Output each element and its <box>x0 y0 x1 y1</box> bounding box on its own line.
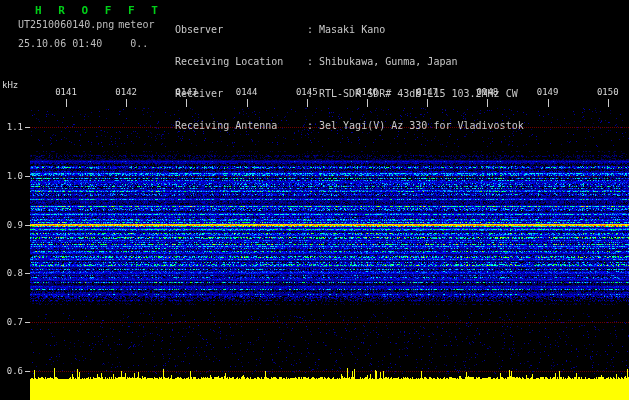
app-title: H R O F F T <box>35 4 163 17</box>
hrofft-window: H R O F F T UT2510060140.pngmeteor 25.10… <box>0 0 629 400</box>
info-value: RTL-SDR SDR# 43dB L15 103.2MHz CW <box>319 88 518 99</box>
date-line: 25.10.06 01:400.. <box>18 38 148 49</box>
station-info: Observer:Masaki Kano Receiving Location:… <box>175 4 524 152</box>
file-line: UT2510060140.pngmeteor <box>18 19 154 30</box>
info-value: Shibukawa, Gunma, Japan <box>319 56 457 67</box>
info-row-receiver: Receiver:RTL-SDR SDR# 43dB L15 103.2MHz … <box>175 89 524 100</box>
colon: : <box>307 57 319 68</box>
counter: 0.. <box>130 38 148 49</box>
colon: : <box>307 121 319 132</box>
freq-unit-label: kHz <box>2 80 18 90</box>
info-label: Receiving Antenna <box>175 121 307 132</box>
colon: : <box>307 89 319 100</box>
info-value: Masaki Kano <box>319 24 385 35</box>
info-value: 3el Yagi(V) Az 330 for Vladivostok <box>319 120 524 131</box>
station-name: meteor <box>118 19 154 30</box>
info-label: Receiver <box>175 89 307 100</box>
colon: : <box>307 25 319 36</box>
datetime-utc: 25.10.06 01:40 <box>18 38 102 49</box>
info-label: Receiving Location <box>175 57 307 68</box>
info-row-observer: Observer:Masaki Kano <box>175 25 524 36</box>
info-label: Observer <box>175 25 307 36</box>
output-filename: UT2510060140.png <box>18 19 114 30</box>
info-row-location: Receiving Location:Shibukawa, Gunma, Jap… <box>175 57 524 68</box>
info-row-antenna: Receiving Antenna:3el Yagi(V) Az 330 for… <box>175 121 524 132</box>
